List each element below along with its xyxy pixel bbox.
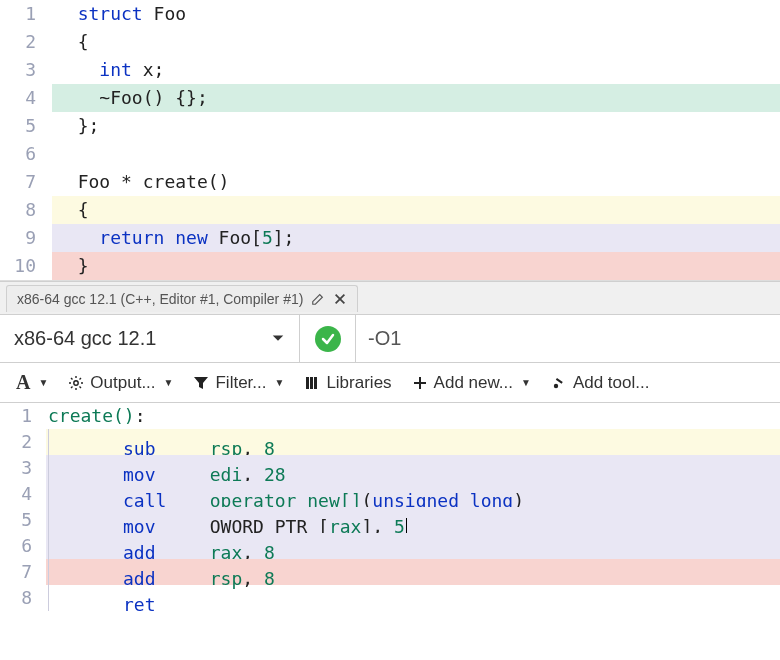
books-icon (304, 375, 320, 391)
svg-rect-9 (556, 378, 563, 384)
plus-icon (412, 375, 428, 391)
wrench-icon (551, 375, 567, 391)
output-button[interactable]: Output... ▼ (60, 369, 181, 397)
compiler-bar: x86-64 gcc 12.1 -O1 (0, 315, 780, 363)
source-line[interactable]: 6 (0, 140, 780, 168)
line-number: 8 (0, 585, 46, 611)
line-number: 1 (0, 403, 46, 429)
source-code[interactable]: ~Foo() {}; (52, 84, 780, 112)
source-code[interactable]: }; (52, 112, 780, 140)
line-number: 5 (0, 507, 46, 533)
line-number: 6 (0, 533, 46, 559)
libraries-button[interactable]: Libraries (296, 369, 399, 397)
source-code[interactable]: return new Foo[5]; (52, 224, 780, 252)
asm-code[interactable]: call operator new[](unsigned long) (46, 481, 780, 507)
asm-line[interactable]: 8 ret (0, 585, 780, 611)
compiler-tab[interactable]: x86-64 gcc 12.1 (C++, Editor #1, Compile… (6, 285, 358, 312)
asm-toolbar: A ▼ Output... ▼ Filter... ▼ Libraries Ad… (0, 363, 780, 403)
compiler-tab-label: x86-64 gcc 12.1 (C++, Editor #1, Compile… (17, 291, 303, 307)
asm-code[interactable]: mov edi, 28 (46, 455, 780, 481)
source-code[interactable]: int x; (52, 56, 780, 84)
pencil-icon[interactable] (311, 292, 325, 306)
source-line[interactable]: 2 { (0, 28, 780, 56)
caret-down-icon (271, 327, 285, 350)
svg-point-2 (74, 380, 78, 384)
close-icon[interactable] (333, 292, 347, 306)
caret-down-icon: ▼ (521, 377, 531, 388)
caret-down-icon: ▼ (38, 377, 48, 388)
line-number: 7 (0, 559, 46, 585)
compile-status (300, 315, 356, 362)
asm-code[interactable]: add rsp, 8 (46, 559, 780, 585)
svg-rect-4 (310, 377, 313, 389)
line-number: 4 (0, 84, 52, 112)
source-code[interactable]: Foo * create() (52, 168, 780, 196)
line-number: 8 (0, 196, 52, 224)
asm-code[interactable]: add rax, 8 (46, 533, 780, 559)
source-code[interactable]: struct Foo (52, 0, 780, 28)
source-line[interactable]: 8 { (0, 196, 780, 224)
line-number: 6 (0, 140, 52, 168)
asm-code[interactable]: sub rsp, 8 (46, 429, 780, 455)
compiler-flags-input[interactable]: -O1 (356, 315, 780, 362)
asm-line[interactable]: 3 mov edi, 28 (0, 455, 780, 481)
line-number: 3 (0, 455, 46, 481)
source-line[interactable]: 10 } (0, 252, 780, 280)
asm-line[interactable]: 2 sub rsp, 8 (0, 429, 780, 455)
funnel-icon (193, 375, 209, 391)
source-line[interactable]: 9 return new Foo[5]; (0, 224, 780, 252)
svg-rect-5 (314, 377, 317, 389)
asm-line[interactable]: 5 mov QWORD PTR [rax], 5 (0, 507, 780, 533)
font-button[interactable]: A ▼ (8, 367, 56, 398)
line-number: 1 (0, 0, 52, 28)
source-code[interactable] (52, 140, 780, 168)
add-tool-button[interactable]: Add tool... (543, 369, 658, 397)
line-number: 2 (0, 429, 46, 455)
asm-line[interactable]: 4 call operator new[](unsigned long) (0, 481, 780, 507)
asm-code[interactable]: ret (46, 585, 780, 611)
filter-button[interactable]: Filter... ▼ (185, 369, 292, 397)
asm-code[interactable]: mov QWORD PTR [rax], 5 (46, 507, 780, 533)
add-new-button[interactable]: Add new... ▼ (404, 369, 539, 397)
source-line[interactable]: 7 Foo * create() (0, 168, 780, 196)
compiler-select[interactable]: x86-64 gcc 12.1 (0, 315, 300, 362)
line-number: 5 (0, 112, 52, 140)
line-number: 4 (0, 481, 46, 507)
source-line[interactable]: 3 int x; (0, 56, 780, 84)
line-number: 2 (0, 28, 52, 56)
asm-output[interactable]: 1create():2 sub rsp, 83 mov edi, 284 cal… (0, 403, 780, 611)
status-ok-icon (315, 326, 341, 352)
caret-down-icon: ▼ (164, 377, 174, 388)
gear-icon (68, 375, 84, 391)
compiler-name: x86-64 gcc 12.1 (14, 327, 156, 350)
source-line[interactable]: 1 struct Foo (0, 0, 780, 28)
source-line[interactable]: 4 ~Foo() {}; (0, 84, 780, 112)
line-number: 9 (0, 224, 52, 252)
asm-line[interactable]: 1create(): (0, 403, 780, 429)
line-number: 3 (0, 56, 52, 84)
line-number: 10 (0, 252, 52, 280)
source-code[interactable]: { (52, 196, 780, 224)
line-number: 7 (0, 168, 52, 196)
source-editor[interactable]: 1 struct Foo2 {3 int x;4 ~Foo() {};5 };6… (0, 0, 780, 281)
compiler-tab-bar: x86-64 gcc 12.1 (C++, Editor #1, Compile… (0, 281, 780, 315)
source-code[interactable]: { (52, 28, 780, 56)
compiler-flags-value: -O1 (368, 327, 401, 350)
asm-code[interactable]: create(): (46, 403, 780, 429)
source-code[interactable]: } (52, 252, 780, 280)
svg-point-8 (554, 383, 558, 387)
caret-down-icon: ▼ (274, 377, 284, 388)
source-line[interactable]: 5 }; (0, 112, 780, 140)
svg-rect-3 (306, 377, 309, 389)
asm-line[interactable]: 7 add rsp, 8 (0, 559, 780, 585)
asm-line[interactable]: 6 add rax, 8 (0, 533, 780, 559)
